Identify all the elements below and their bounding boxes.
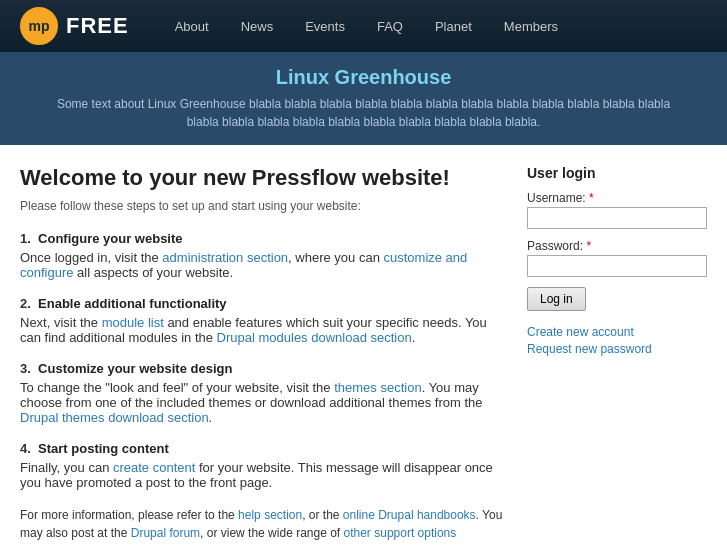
password-input[interactable]	[527, 255, 707, 277]
step-3-text-after: .	[209, 410, 213, 425]
step-3-title: 3. Customize your website design	[20, 361, 507, 376]
username-required: *	[589, 191, 594, 205]
step-1-text-before: Once logged in, visit the	[20, 250, 162, 265]
drupal-forum-link[interactable]: Drupal forum	[131, 526, 200, 540]
footer-text: For more information, please refer to th…	[20, 506, 507, 545]
content-wrapper: Welcome to your new Pressflow website! P…	[0, 145, 727, 545]
logo-initials: mp	[29, 18, 50, 34]
drupal-themes-link[interactable]: Drupal themes download section	[20, 410, 209, 425]
step-1-text: Once logged in, visit the administration…	[20, 250, 507, 280]
step-1-text-middle: , where you can	[288, 250, 383, 265]
create-content-link[interactable]: create content	[113, 460, 195, 475]
sidebar-title: User login	[527, 165, 707, 181]
main-content: Welcome to your new Pressflow website! P…	[20, 165, 507, 545]
step-3-text-before: To change the "look and feel" of your we…	[20, 380, 334, 395]
support-options-link[interactable]: other support options	[344, 526, 457, 540]
banner-title: Linux Greenhouse	[40, 66, 687, 89]
logo-free-text: FREE	[66, 13, 129, 39]
sidebar-links: Create new account Request new password	[527, 325, 707, 356]
nav-about[interactable]: About	[159, 0, 225, 52]
step-2-text-before: Next, visit the	[20, 315, 102, 330]
step-2-text-after: .	[412, 330, 416, 345]
logo-icon: mp	[20, 7, 58, 45]
drupal-handbooks-link[interactable]: online Drupal handbooks	[343, 508, 476, 522]
create-account-link[interactable]: Create new account	[527, 325, 707, 339]
list-item: 1. Configure your website Once logged in…	[20, 231, 507, 280]
step-2-title: 2. Enable additional functionality	[20, 296, 507, 311]
nav-members[interactable]: Members	[488, 0, 574, 52]
themes-section-link[interactable]: themes section	[334, 380, 421, 395]
list-item: 3. Customize your website design To chan…	[20, 361, 507, 425]
login-button[interactable]: Log in	[527, 287, 586, 311]
username-input[interactable]	[527, 207, 707, 229]
step-4-title: 4. Start posting content	[20, 441, 507, 456]
step-2-text: Next, visit the module list and enable f…	[20, 315, 507, 345]
nav-events[interactable]: Events	[289, 0, 361, 52]
banner: Linux Greenhouse Some text about Linux G…	[0, 52, 727, 145]
step-4-text-before: Finally, you can	[20, 460, 113, 475]
nav-faq[interactable]: FAQ	[361, 0, 419, 52]
admin-section-link[interactable]: administration section	[162, 250, 288, 265]
steps-list: 1. Configure your website Once logged in…	[20, 231, 507, 490]
banner-description: Some text about Linux Greenhouse blabla …	[40, 95, 687, 131]
nav-planet[interactable]: Planet	[419, 0, 488, 52]
page-subtitle: Please follow these steps to set up and …	[20, 199, 507, 213]
help-section-link[interactable]: help section	[238, 508, 302, 522]
step-3-text: To change the "look and feel" of your we…	[20, 380, 507, 425]
username-label: Username: *	[527, 191, 707, 205]
logo: mp FREE	[20, 7, 129, 45]
sidebar: User login Username: * Password: * Log i…	[527, 165, 707, 545]
drupal-modules-link[interactable]: Drupal modules download section	[217, 330, 412, 345]
nav-news[interactable]: News	[225, 0, 290, 52]
request-password-link[interactable]: Request new password	[527, 342, 707, 356]
password-label: Password: *	[527, 239, 707, 253]
password-required: *	[586, 239, 591, 253]
module-list-link[interactable]: module list	[102, 315, 164, 330]
list-item: 4. Start posting content Finally, you ca…	[20, 441, 507, 490]
page-title: Welcome to your new Pressflow website!	[20, 165, 507, 191]
header: mp FREE About News Events FAQ Planet Mem…	[0, 0, 727, 52]
list-item: 2. Enable additional functionality Next,…	[20, 296, 507, 345]
step-1-text-after: all aspects of your website.	[73, 265, 233, 280]
main-nav: About News Events FAQ Planet Members	[159, 0, 574, 52]
step-1-title: 1. Configure your website	[20, 231, 507, 246]
step-4-text: Finally, you can create content for your…	[20, 460, 507, 490]
